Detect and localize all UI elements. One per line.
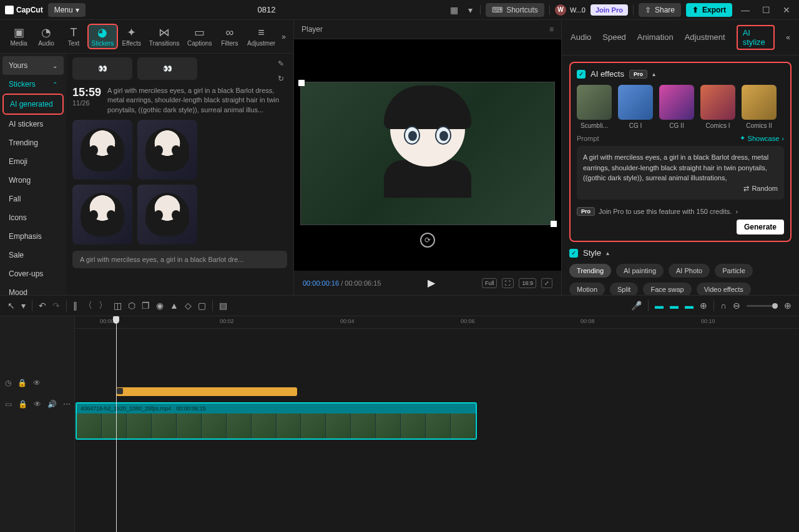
tool-text[interactable]: TText <box>60 24 87 49</box>
voiceover-icon[interactable]: ▤ <box>219 301 227 311</box>
timeline-ruler[interactable]: 00:00 00:02 00:04 00:06 00:08 00:10 <box>75 316 799 329</box>
copy-icon[interactable]: ❐ <box>142 301 150 311</box>
cat-emphasis[interactable]: Emphasis <box>2 227 64 246</box>
freeze-icon[interactable]: ▢ <box>198 301 206 311</box>
chevron-down-icon[interactable]: ▾ <box>21 301 26 311</box>
ratio-button[interactable]: 16:9 <box>519 278 536 288</box>
video-clip[interactable]: 4064718-hd_1920_1080_25fps.mp4 00:00:06:… <box>76 402 477 440</box>
cat-sale[interactable]: Sale <box>2 246 64 264</box>
lock-icon[interactable]: 🔒 <box>18 400 27 409</box>
tab-audio[interactable]: Audio <box>571 32 591 43</box>
split-icon[interactable]: ‖ <box>73 301 77 311</box>
shield-icon[interactable]: ⬡ <box>128 301 135 311</box>
more-tools-arrow[interactable]: » <box>279 32 288 41</box>
eye-icon[interactable]: 👁 <box>34 400 41 409</box>
edit-icon[interactable]: ✎ <box>275 57 287 70</box>
style-comics2[interactable]: Comics II <box>742 85 777 129</box>
style-checkbox[interactable]: ✓ <box>569 249 578 258</box>
export-button[interactable]: ⬆Export <box>686 3 732 17</box>
chip-split[interactable]: Split <box>610 283 638 295</box>
rotate-icon[interactable]: ◇ <box>185 301 192 311</box>
style-comics1[interactable]: Comics I <box>700 85 735 129</box>
tool-effects[interactable]: ✦Effects <box>118 24 145 49</box>
tool-captions[interactable]: ▭Captions <box>183 24 215 49</box>
thumb-2[interactable] <box>137 120 197 180</box>
chip-particle[interactable]: Particle <box>715 264 753 278</box>
refresh-icon[interactable]: ↻ <box>275 72 287 85</box>
video-canvas[interactable] <box>300 82 555 225</box>
tool-adjustment[interactable]: ≡Adjustmer <box>243 24 279 49</box>
thumb-4[interactable] <box>137 185 197 244</box>
minimize-button[interactable]: — <box>737 2 753 17</box>
cursor-icon[interactable]: ↖ <box>7 301 15 311</box>
prompt-chip[interactable]: A girl with merciless eyes, a girl in a … <box>72 251 287 268</box>
link-icon[interactable]: ⊕ <box>700 301 707 311</box>
style-cg2[interactable]: CG II <box>659 85 694 129</box>
thumb-1[interactable] <box>72 120 132 180</box>
collapse-icon[interactable]: « <box>786 33 790 42</box>
playhead[interactable] <box>116 316 117 532</box>
tab-speed[interactable]: Speed <box>602 32 626 43</box>
zoom-slider[interactable] <box>747 305 778 307</box>
cat-trending[interactable]: Trending <box>2 133 64 152</box>
video-track-icon[interactable]: ▭ <box>5 400 12 409</box>
ai-effects-checkbox[interactable]: ✓ <box>577 70 586 79</box>
mirror-icon[interactable]: ▲ <box>170 301 179 311</box>
tool-filters[interactable]: ∞Filters <box>216 24 243 49</box>
chip-ai-painting[interactable]: AI painting <box>616 264 664 278</box>
lock-icon[interactable]: 🔒 <box>17 379 27 387</box>
mic-icon[interactable]: 🎤 <box>631 301 642 311</box>
share-button[interactable]: ⇪Share <box>639 3 681 17</box>
track-mode-2-icon[interactable]: ▬ <box>670 301 679 311</box>
tab-adjustment[interactable]: Adjustment <box>685 32 725 43</box>
play-button[interactable]: ▶ <box>428 277 435 289</box>
cat-wrong[interactable]: Wrong <box>2 171 64 190</box>
cat-icons[interactable]: Icons <box>2 208 64 227</box>
edit-icon[interactable]: ✎ <box>292 182 293 195</box>
chip-video-effects[interactable]: Video effects <box>697 283 751 295</box>
full-button[interactable]: Full <box>482 278 498 288</box>
zoom-out-icon[interactable]: ⊖ <box>733 301 740 311</box>
style-cg1[interactable]: CG I <box>618 85 653 129</box>
cat-ai-stickers[interactable]: AI stickers <box>2 115 64 133</box>
chip-trending[interactable]: Trending <box>569 264 611 278</box>
trim-left-icon[interactable]: 〈 <box>84 300 92 311</box>
crop-icon[interactable]: ◫ <box>114 301 122 311</box>
tool-audio[interactable]: ◔Audio <box>32 24 60 49</box>
join-pro-button[interactable]: Join Pro <box>591 4 628 16</box>
more-icon[interactable]: ⋯ <box>63 400 71 409</box>
track-mode-1-icon[interactable]: ▬ <box>655 301 664 311</box>
join-pro-message[interactable]: Pro Join Pro to use this feature with 15… <box>577 203 784 220</box>
maximize-button[interactable]: ☐ <box>758 2 774 17</box>
cat-mood[interactable]: Mood <box>2 283 64 295</box>
chevron-up-icon[interactable]: ▴ <box>652 70 655 77</box>
rotate-icon[interactable]: ⟳ <box>420 233 435 248</box>
tool-transitions[interactable]: ⋈Transitions <box>145 24 184 49</box>
clock-icon[interactable]: ◷ <box>5 379 11 387</box>
shortcuts-button[interactable]: ⌨ Shortcuts <box>486 3 544 17</box>
cat-yours[interactable]: Yours⌄ <box>2 56 64 75</box>
chevron-down-icon[interactable]: ▾ <box>466 2 475 17</box>
cat-cover-ups[interactable]: Cover-ups <box>2 264 64 283</box>
cat-stickers[interactable]: Stickers⌃ <box>2 75 64 94</box>
redo-icon[interactable]: ↷ <box>52 301 60 311</box>
speaker-icon[interactable]: 🔊 <box>47 400 57 409</box>
layout-icon[interactable]: ▦ <box>448 2 461 17</box>
tool-media[interactable]: ▣Media <box>5 24 32 49</box>
refresh-icon[interactable]: ↻ <box>292 197 293 210</box>
track-mode-3-icon[interactable]: ▬ <box>685 301 694 311</box>
cat-fall[interactable]: Fall <box>2 190 64 208</box>
generate-button[interactable]: Generate <box>737 220 784 235</box>
cat-emoji[interactable]: Emoji <box>2 152 64 171</box>
style-scumbli[interactable]: Scumbli... <box>577 85 612 129</box>
zoom-in-icon[interactable]: ⊕ <box>784 301 792 311</box>
prompt-textarea[interactable]: A girl with merciless eyes, a girl in a … <box>577 146 784 200</box>
close-button[interactable]: ✕ <box>779 2 794 17</box>
thumb-3[interactable] <box>72 185 132 244</box>
chip-ai-photo[interactable]: AI Photo <box>669 264 710 278</box>
showcase-link[interactable]: ✦ Showcase › <box>740 134 784 142</box>
record-icon[interactable]: ◉ <box>156 301 164 311</box>
magnet-icon[interactable]: ∩ <box>720 301 727 311</box>
cat-ai-generated[interactable]: AI generated <box>2 94 64 115</box>
random-button[interactable]: ⇄ Random <box>583 183 778 194</box>
